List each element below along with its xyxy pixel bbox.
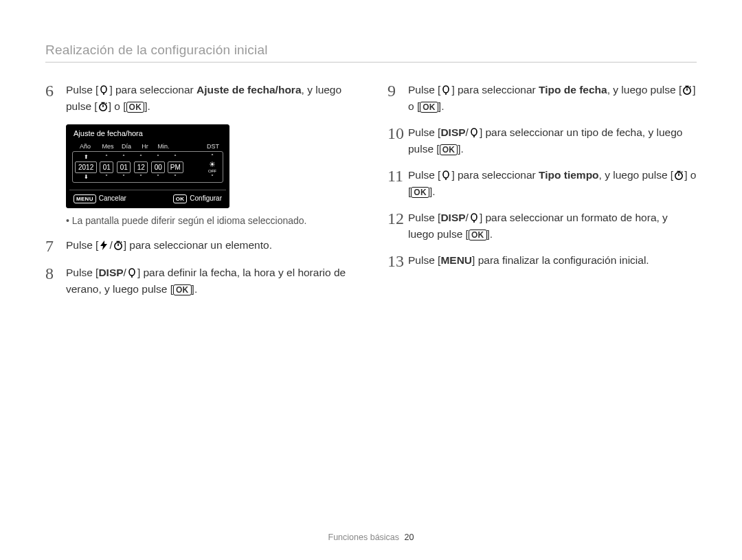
menu-key-icon: MENU	[74, 194, 96, 203]
lcd-screenshot: Ajuste de fecha/hora Año Mes Día Hr Min.…	[66, 124, 229, 208]
text: ].	[192, 283, 198, 295]
lcd-header-dst: DST	[204, 143, 222, 150]
step-body: Pulse [] para seleccionar Ajuste de fech…	[66, 82, 355, 115]
step-body: Pulse [DISP/] para seleccionar un format…	[408, 210, 697, 243]
step-body: Pulse [] para seleccionar Tipo tiempo, y…	[408, 167, 697, 200]
lcd-header-month: Mes	[100, 143, 115, 150]
lcd-min-value: 00	[151, 161, 165, 173]
step-number: 13	[387, 252, 408, 270]
macro-icon	[440, 170, 451, 181]
manual-page: Realización de la configuración inicial …	[0, 0, 742, 560]
chevron-down-icon: ˅	[139, 175, 142, 180]
bold-term: Tipo de fecha	[539, 84, 607, 96]
lcd-header-day: Día	[119, 143, 134, 150]
step-number: 6	[45, 82, 66, 100]
page-number: 20	[405, 533, 414, 542]
text: ].	[458, 143, 464, 155]
text: , y luego pulse [	[607, 84, 682, 96]
lcd-day-value: 01	[117, 161, 131, 173]
step-body: Pulse [/] para seleccionar un elemento.	[66, 237, 355, 254]
chevron-down-icon: ˅	[105, 175, 108, 180]
text: Pulse [	[408, 212, 440, 223]
chevron-up-icon: ˄	[157, 155, 159, 160]
step-number: 12	[387, 210, 408, 227]
chevron-up-icon: ˄	[105, 155, 108, 160]
right-column: 9 Pulse [] para seleccionar Tipo de fech…	[387, 82, 697, 307]
lcd-hr-col: ˄ 12 ˅	[133, 155, 148, 180]
chevron-down-icon: ˅	[122, 175, 125, 180]
down-arrow-icon: ⬇	[84, 175, 89, 180]
step-body: Pulse [MENU] para finalizar la configura…	[408, 252, 697, 269]
step-10: 10 Pulse [DISP/] para seleccionar un tip…	[387, 124, 697, 157]
page-title: Realización de la configuración inicial	[45, 43, 697, 58]
timer-icon	[673, 170, 684, 181]
macro-icon	[440, 85, 451, 96]
content-columns: 6 Pulse [] para seleccionar Ajuste de fe…	[45, 82, 697, 307]
step-number: 9	[387, 82, 408, 100]
lcd-header-min: Min.	[156, 143, 171, 150]
text: Cancelar	[99, 194, 126, 202]
page-footer: Funciones básicas 20	[0, 533, 742, 542]
chevron-down-icon: ˅	[211, 175, 214, 180]
lcd-date-grid: ⬆ 2012 ⬇ ˄ 01 ˅ ˄ 01 ˅ ˄	[72, 151, 223, 183]
text: ] o [	[109, 100, 126, 112]
timer-icon	[98, 101, 109, 112]
step-body: Pulse [DISP/] para definir la fecha, la …	[66, 265, 355, 298]
text: ] para seleccionar	[109, 84, 196, 96]
step-number: 10	[387, 124, 408, 142]
flash-icon	[98, 240, 109, 251]
text: ] para finalizar la configuración inicia…	[472, 254, 649, 266]
text: Pulse [	[66, 239, 98, 251]
text: ].	[429, 186, 436, 197]
sun-icon: ☀	[209, 161, 216, 168]
macro-icon	[469, 212, 480, 223]
lcd-header-year: Año	[74, 143, 97, 150]
step-number: 8	[45, 265, 66, 282]
lcd-footer: MENUCancelar OKConfigurar	[72, 194, 223, 203]
menu-key: MENU	[440, 254, 472, 266]
lcd-hr-value: 12	[134, 161, 148, 173]
step-12: 12 Pulse [DISP/] para seleccionar un for…	[387, 210, 697, 243]
chevron-up-icon: ˄	[122, 155, 125, 160]
chevron-up-icon: ˄	[211, 154, 214, 159]
disp-key: DISP	[440, 212, 465, 223]
timer-icon	[113, 240, 124, 251]
bold-term: Tipo tiempo	[539, 169, 599, 181]
lcd-min-col: ˄ 00 ˅	[150, 155, 166, 180]
text: ] para seleccionar	[451, 169, 539, 181]
lcd-header-hr: Hr	[137, 143, 153, 150]
left-column: 6 Pulse [] para seleccionar Ajuste de fe…	[45, 82, 355, 307]
macro-icon	[98, 85, 109, 96]
chevron-up-icon: ˄	[139, 155, 142, 160]
lcd-ampm-col: ˄ PM ˅	[168, 155, 183, 180]
ok-key-icon: OK	[469, 229, 487, 240]
text: Pulse [	[66, 84, 98, 96]
step-body: Pulse [] para seleccionar Tipo de fecha,…	[408, 82, 697, 115]
ok-key-icon: OK	[411, 187, 429, 198]
step-body: Pulse [DISP/] para seleccionar un tipo d…	[408, 124, 697, 157]
text: Configurar	[190, 194, 222, 202]
lcd-headers: Año Mes Día Hr Min. DST	[72, 143, 223, 151]
ok-key-icon: OK	[173, 194, 188, 203]
step-6: 6 Pulse [] para seleccionar Ajuste de fe…	[45, 82, 355, 115]
chevron-up-icon: ˄	[174, 155, 177, 160]
ok-key-icon: OK	[440, 144, 458, 155]
text: Pulse [	[66, 267, 98, 278]
text: ].	[144, 100, 150, 112]
lcd-note: La pantalla puede diferir según el idiom…	[66, 215, 355, 226]
title-divider	[45, 62, 697, 63]
lcd-cancel: MENUCancelar	[74, 194, 126, 203]
lcd-dst-col: ˄ ☀ OFF ˅	[204, 154, 221, 180]
dst-off-label: OFF	[208, 169, 216, 173]
text: Pulse [	[408, 126, 440, 138]
footer-section: Funciones básicas	[328, 533, 400, 542]
text: ].	[487, 228, 493, 240]
lcd-divider	[69, 190, 226, 190]
step-number: 7	[45, 237, 66, 255]
text: Pulse [	[408, 254, 440, 266]
chevron-down-icon: ˅	[157, 175, 159, 180]
text: ].	[438, 100, 445, 112]
ok-key-icon: OK	[126, 102, 145, 113]
lcd-year-col: ⬆ 2012 ⬇	[75, 155, 97, 180]
step-8: 8 Pulse [DISP/] para definir la fecha, l…	[45, 265, 355, 298]
